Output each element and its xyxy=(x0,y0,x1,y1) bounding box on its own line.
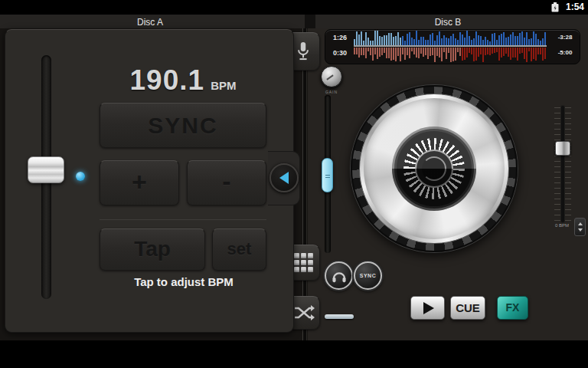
deck-divider-groove xyxy=(302,28,307,340)
headphone-cue-button[interactable] xyxy=(325,261,353,290)
tab-bar-divider xyxy=(305,15,315,29)
pitch-up-icon xyxy=(578,222,583,225)
play-button[interactable] xyxy=(410,296,445,320)
waveform-divider xyxy=(354,45,547,47)
sync-button[interactable]: SYNC xyxy=(100,103,266,148)
elapsed-time-track1: 1:26 xyxy=(326,34,354,41)
grid-icon xyxy=(294,253,313,272)
status-bar: 1:54 xyxy=(0,0,588,14)
bpm-unit: BPM xyxy=(211,79,236,92)
tap-hint-text: Tap to adjust BPM xyxy=(84,275,283,288)
shuffle-icon xyxy=(293,304,315,322)
jog-wheel[interactable] xyxy=(351,85,518,252)
bpm-value: 190.1 xyxy=(130,64,205,96)
remaining-time-track2: -5:00 xyxy=(550,49,580,56)
elapsed-time-track2: 0:30 xyxy=(326,49,354,57)
deck-tab-bar: Disc A Disc B xyxy=(0,14,588,28)
clock: 1:54 xyxy=(566,2,584,12)
android-nav-bar xyxy=(0,340,588,368)
bpm-dialog-divider xyxy=(100,219,266,220)
microphone-icon xyxy=(295,41,312,62)
pitch-slider-track xyxy=(561,106,564,222)
volume-fader-handle[interactable] xyxy=(322,158,333,192)
deck-sync-button[interactable]: SYNC xyxy=(354,261,382,290)
jog-wheel-shading xyxy=(392,127,476,211)
headphone-icon xyxy=(331,268,348,284)
battery-charging-icon xyxy=(551,2,559,12)
gain-knob-label: GAIN xyxy=(316,90,347,94)
dj-app-screen: 1:54 Disc A Disc B 1:26 0:30 -3:28 -5:00… xyxy=(0,0,588,368)
deck-sync-label: SYNC xyxy=(360,273,376,278)
pitch-stepper[interactable] xyxy=(574,218,586,236)
pitch-down-icon xyxy=(578,228,583,232)
waveform-track2[interactable] xyxy=(354,48,547,62)
tap-button[interactable]: Tap xyxy=(100,228,205,271)
cue-button[interactable]: CUE xyxy=(450,296,485,320)
bpm-decrease-button[interactable]: - xyxy=(187,160,266,205)
pitch-zero-label: 0 BPM xyxy=(551,223,573,228)
gain-knob[interactable] xyxy=(321,66,342,87)
play-icon xyxy=(423,302,434,314)
pitch-slider-handle[interactable] xyxy=(555,141,570,156)
mini-fader-handle[interactable] xyxy=(325,314,354,319)
tab-disc-b[interactable]: Disc B xyxy=(315,17,580,28)
set-button[interactable]: set xyxy=(212,228,266,271)
bpm-increase-button[interactable]: + xyxy=(100,160,179,205)
remaining-time-track1: -3:28 xyxy=(550,34,580,41)
waveform-track1[interactable] xyxy=(354,31,547,45)
fx-button[interactable]: FX xyxy=(497,296,528,320)
collapse-dialog-button[interactable] xyxy=(270,163,299,192)
chevron-left-icon xyxy=(279,172,289,184)
tab-disc-a[interactable]: Disc A xyxy=(0,17,300,28)
bpm-readout: 190.1BPM xyxy=(100,64,266,98)
tempo-fader-handle[interactable] xyxy=(28,156,64,183)
tempo-zero-indicator xyxy=(76,172,85,181)
